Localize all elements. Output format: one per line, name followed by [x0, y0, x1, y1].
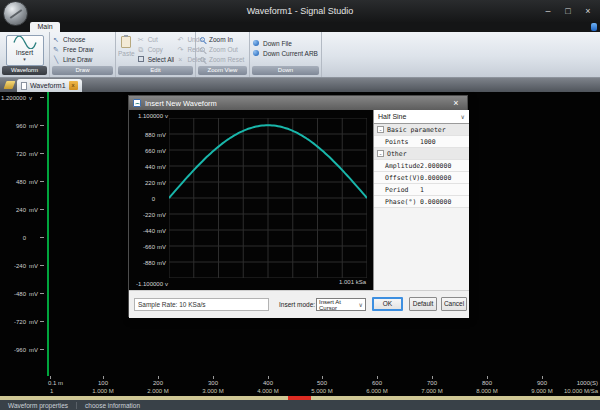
preview-y-axis-label: -880mV: [131, 259, 167, 266]
tick-mark: [377, 376, 378, 379]
chevron-down-icon: ∨: [359, 301, 363, 308]
preview-y-axis-label: -220mV: [131, 211, 167, 218]
tab-close-icon[interactable]: x: [69, 81, 78, 90]
tick-mark: [268, 376, 269, 379]
tick-mark: [487, 376, 488, 379]
wave-type-select[interactable]: Half Sine ∨: [374, 110, 469, 124]
down-current-arb-icon: [252, 50, 260, 57]
x-axis-label: 600: [372, 380, 382, 386]
ribbon-group-label-zoom-view: Zoom View: [198, 66, 247, 75]
status-choose-information[interactable]: choose information: [77, 402, 148, 409]
tab-main[interactable]: Main: [30, 22, 60, 32]
wave-type-value: Half Sine: [378, 113, 406, 120]
x-axis-label: 200: [153, 380, 163, 386]
x-axis-label: 300: [208, 380, 218, 386]
x-axis-label: 500: [317, 380, 327, 386]
ok-button[interactable]: OK: [372, 297, 403, 311]
parameter-panel: Half Sine ∨ - Basic parameter Points 100…: [373, 110, 469, 290]
y-axis-label: 720mV: [0, 150, 44, 157]
line-draw-button[interactable]: ╲ Line Draw: [52, 54, 113, 64]
y-axis-label: 480mV: [0, 178, 44, 185]
offset-value-field[interactable]: 0.000000: [420, 174, 469, 182]
x-axis-sample-label: 5.000 M: [311, 388, 333, 394]
tab-waveform1-label: Waveform1: [30, 82, 66, 89]
magnifier-reset-icon: [198, 56, 206, 63]
param-group-basic[interactable]: - Basic parameter: [374, 124, 469, 136]
param-row-offset: Offset(V) 0.000000: [374, 172, 469, 184]
copy-button[interactable]: ⧉ Copy: [137, 44, 175, 54]
x-axis-sample-label: 3.000 M: [202, 388, 224, 394]
insert-button[interactable]: Insert ▾: [6, 35, 44, 66]
y-axis-label: 0: [0, 234, 44, 241]
points-value-field[interactable]: 1000: [420, 138, 469, 146]
ribbon: Insert ▾ Waveform ↖ Choose ✎ Free Draw ╲…: [0, 32, 600, 78]
tab-strip-icon: [4, 81, 16, 89]
maximize-button[interactable]: □: [558, 0, 578, 22]
expander-icon[interactable]: -: [377, 150, 384, 157]
dialog-close-icon[interactable]: ×: [449, 98, 463, 108]
ribbon-group-edit: Paste ✂ Cut ⧉ Copy Select All: [116, 32, 196, 77]
x-axis-sample-label: 4.000 M: [257, 388, 279, 394]
x-axis-sample-label: 6.000 M: [366, 388, 388, 394]
zoom-out-button[interactable]: Zoom Out: [198, 44, 247, 54]
tick-mark: [542, 376, 543, 379]
waveform-preview-chart: 1.100000v 880mV 660mV 440mV 220mV 0 -220…: [129, 110, 373, 290]
param-group-other[interactable]: - Other: [374, 148, 469, 160]
down-file-button[interactable]: Down File: [252, 38, 319, 48]
paste-button[interactable]: Paste: [118, 34, 135, 64]
pencil-icon: ✎: [52, 46, 60, 53]
free-draw-button[interactable]: ✎ Free Draw: [52, 44, 113, 54]
y-axis-label: -240mV: [0, 262, 44, 269]
magnifier-minus-icon: [198, 46, 206, 53]
preview-sample-span-label: 1.001 kSa: [339, 279, 366, 285]
insert-mode-select[interactable]: Insert At Cursor ∨: [316, 298, 366, 311]
x-axis-sample-label: 1.000 M: [92, 388, 114, 394]
y-axis-label: 1.200000v: [0, 94, 44, 101]
line-icon: ╲: [52, 56, 60, 63]
app-logo-icon[interactable]: [3, 1, 28, 26]
ribbon-tab-bar: Main: [0, 22, 600, 32]
period-value-field[interactable]: 1: [420, 186, 469, 194]
tick-mark: [322, 376, 323, 379]
undo-icon: ↶: [176, 36, 184, 43]
x-axis-sample-label: 9.000 M: [531, 388, 553, 394]
select-all-icon: [137, 56, 145, 63]
zoom-reset-button[interactable]: Zoom Reset: [198, 54, 247, 64]
tick-mark: [50, 376, 51, 379]
expander-icon[interactable]: -: [377, 126, 384, 133]
preview-y-axis-label: 880mV: [131, 131, 167, 138]
y-axis-label: -480mV: [0, 290, 44, 297]
default-button[interactable]: Default: [409, 297, 437, 311]
redo-icon: ↷: [176, 46, 184, 53]
ribbon-group-waveform: Insert ▾ Waveform: [0, 32, 50, 77]
phase-value-field[interactable]: 0.000000: [420, 198, 469, 206]
select-all-button[interactable]: Select All: [137, 54, 175, 64]
cut-button[interactable]: ✂ Cut: [137, 34, 175, 44]
down-current-arb-button[interactable]: Down Current ARB: [252, 48, 319, 58]
window-controls: – □ ×: [538, 0, 598, 22]
choose-button[interactable]: ↖ Choose: [52, 34, 113, 44]
chevron-down-icon: ∨: [461, 113, 465, 120]
x-axis-label: 800: [482, 380, 492, 386]
cancel-button[interactable]: Cancel: [441, 297, 467, 311]
ribbon-group-down: Down File Down Current ARB Down: [250, 32, 322, 77]
ribbon-group-label-down: Down: [252, 66, 319, 75]
minimize-button[interactable]: –: [538, 0, 558, 22]
preview-plot: [169, 118, 367, 278]
status-waveform-properties[interactable]: Waveform properties: [0, 402, 76, 409]
x-axis-label: 0.1 m: [48, 380, 63, 386]
tab-waveform1[interactable]: Waveform1 x: [17, 79, 82, 92]
tab-bar-blue-icon: [591, 23, 597, 31]
amplitude-value-field[interactable]: 2.000000: [420, 162, 469, 170]
y-axis-label: 960mV: [0, 122, 44, 129]
waveform-cursor-line[interactable]: [47, 92, 49, 388]
close-button[interactable]: ×: [578, 0, 598, 22]
caret-down-icon: ▾: [23, 56, 26, 62]
preview-y-axis-label: 220mV: [131, 179, 167, 186]
param-row-period: Period 1: [374, 184, 469, 196]
zoom-in-button[interactable]: Zoom In: [198, 34, 247, 44]
ribbon-group-zoom-view: Zoom In Zoom Out Zoom Reset Zoom View: [196, 32, 250, 77]
sample-rate-field: Sample Rate: 10 KSa/s: [134, 298, 269, 311]
param-row-points: Points 1000: [374, 136, 469, 148]
preview-y-axis-label: 0: [131, 195, 167, 202]
